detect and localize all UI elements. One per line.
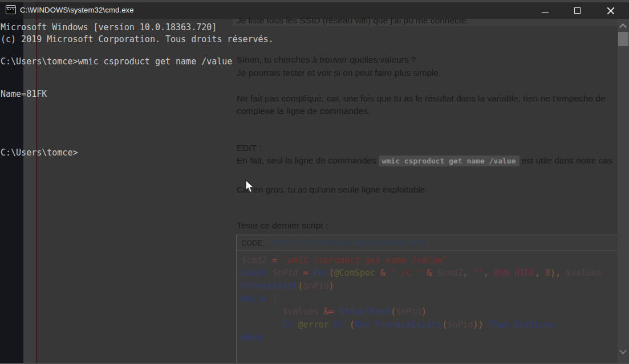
- inline-code: wmic csproduct get name /value: [379, 156, 520, 166]
- fold-link[interactable]: [DÉPLIER/REPLIER]: [357, 239, 425, 247]
- code-line: Local $nPid = Run(@ComSpec & " /c " & $c…: [241, 268, 602, 278]
- scroll-down-icon[interactable]: [619, 347, 627, 354]
- paragraph-text: est utile dans notre cas: [522, 156, 612, 165]
- close-icon: [607, 7, 615, 15]
- terminal-line: (c) 2019 Microsoft Corporation. Tous dro…: [1, 35, 274, 44]
- code-block-header: CODE: [TOUT SÉLECTIONNER] [DÉPLIER/REPLI…: [237, 235, 618, 251]
- code-line: $values &= StdoutRead($nPid): [241, 306, 427, 317]
- post-paragraph: complexe la ligne de commandes.: [237, 105, 618, 117]
- post-paragraph: Teste ce dernier script :: [237, 219, 618, 232]
- code-line: ProcessWait($nPid): [241, 281, 334, 291]
- post-paragraph: Car en gros, tu as qu'une seule ligne ex…: [237, 183, 618, 196]
- window-title: C:\WINDOWS\system32\cmd.exe: [20, 6, 134, 14]
- titlebar[interactable]: C:\ C:\WINDOWS\system32\cmd.exe: [0, 2, 629, 19]
- scroll-up-icon[interactable]: [619, 23, 627, 31]
- cmd-icon[interactable]: C:\: [6, 5, 16, 14]
- maximize-icon: [574, 7, 581, 14]
- post-paragraph: EDIT :: [237, 142, 618, 154]
- scrollbar-thumb[interactable]: [618, 32, 628, 46]
- page-red-border-line: [36, 0, 37, 364]
- page-scrollbar[interactable]: [618, 19, 629, 364]
- select-all-link[interactable]: [TOUT SÉLECTIONNER]: [269, 239, 352, 247]
- maximize-button[interactable]: [564, 2, 590, 19]
- terminal-prompt[interactable]: C:\Users\tomce>: [1, 148, 78, 157]
- code-line: WEnd: [241, 333, 262, 343]
- close-button[interactable]: [598, 2, 624, 19]
- minimize-icon: [542, 12, 549, 13]
- code-line: If @error Or (Not ProcessExists($nPid)) …: [241, 320, 555, 330]
- terminal-line: Name=81FK: [1, 89, 47, 99]
- page-dark-column: [0, 0, 23, 364]
- page-light-strip: [23, 0, 36, 364]
- paragraph-text: En fait, seul la ligne de commandes: [237, 156, 376, 165]
- mouse-cursor: [245, 179, 255, 194]
- post-paragraph: Je pourrais tester et voir si on peut fa…: [237, 67, 618, 79]
- code-block: CODE: [TOUT SÉLECTIONNER] [DÉPLIER/REPLI…: [236, 235, 618, 364]
- post-paragraph: En fait, seul la ligne de commandeswmic …: [237, 154, 618, 167]
- minimize-button[interactable]: [532, 2, 558, 19]
- terminal-line: C:\Users\tomce>wmic csproduct get name /…: [1, 57, 232, 66]
- cmd-icon-bar: [6, 7, 15, 8]
- code-label: CODE:: [241, 239, 265, 247]
- terminal-line: Microsoft Windows [version 10.0.18363.72…: [1, 23, 217, 32]
- code-line: While 1: [241, 294, 277, 304]
- code-line: $cmd2 = 'wmic csproduct get name /value': [241, 255, 447, 265]
- post-paragraph: Sinon, tu cherches à trouver quelles val…: [237, 54, 618, 66]
- post-paragraph: Ne fait pas compliqué, car, une fois que…: [237, 92, 618, 105]
